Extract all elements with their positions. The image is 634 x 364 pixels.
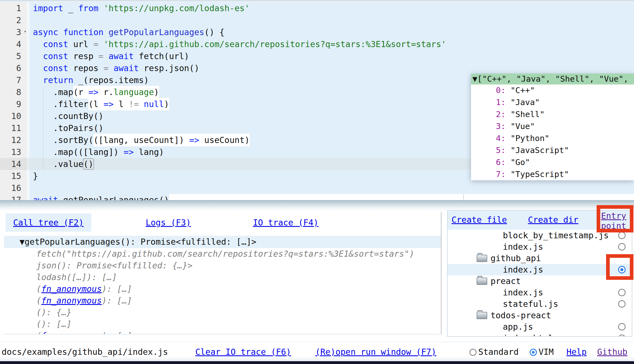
file-name[interactable]: index.js xyxy=(448,241,543,253)
inspector-array-header[interactable]: ▼["C++", "Java", "Shell", "Vue", "Python… xyxy=(471,74,634,84)
collapse-triangle-icon[interactable]: ▼ xyxy=(20,237,25,247)
line-number: 17 xyxy=(0,194,27,200)
tab-call-tree[interactable]: Call tree (F2) xyxy=(6,213,91,232)
call-tree-root-label: getPopularLanguages(): Promise<fulfilled… xyxy=(25,237,256,247)
code-line-2[interactable]: 2 xyxy=(0,14,634,26)
fold-arrow-icon[interactable]: ▾ xyxy=(24,29,27,34)
code-text: const url = 'https://api.github.com/sear… xyxy=(30,38,634,50)
file-row-stateful.js[interactable]: stateful.js xyxy=(448,298,632,310)
standard-radio-label: Standard xyxy=(478,347,519,357)
file-row-index.js[interactable]: index.js xyxy=(448,241,632,253)
line-number: 7 xyxy=(0,74,27,86)
file-name[interactable]: app.js xyxy=(448,321,533,333)
file-name[interactable]: index.js xyxy=(448,287,543,298)
folder-row-github_api[interactable]: github_api xyxy=(448,253,632,264)
file-row-block_by_timestamp.js[interactable]: block_by_timestamp.js xyxy=(448,230,632,241)
inspector-item: 5: "JavaScript" xyxy=(471,144,634,156)
inspector-item: 2: "Shell" xyxy=(471,108,634,120)
line-number: 12 xyxy=(0,134,27,146)
line-number: 11 xyxy=(0,122,27,134)
line-number: 2 xyxy=(0,14,27,26)
value-inspector-popup: ▼["C++", "Java", "Shell", "Vue", "Python… xyxy=(471,74,634,180)
entry-point-radio[interactable] xyxy=(618,334,626,337)
code-line-3[interactable]: 3▾async function getPopularLanguages() { xyxy=(0,26,634,38)
code-text: async function getPopularLanguages() { xyxy=(30,26,634,38)
call-tree-root-node[interactable]: ▼getPopularLanguages(): Promise<fulfille… xyxy=(4,236,441,248)
inspector-item: 6: "Go" xyxy=(471,156,634,168)
anonymous-fn-link[interactable]: fn_anonymous xyxy=(41,284,102,294)
call-tree-node[interactable]: lodash([…]): […] xyxy=(4,271,441,283)
vim-radio[interactable] xyxy=(530,349,537,356)
folder-name[interactable]: github_api xyxy=(448,253,541,264)
file-name[interactable]: index.js xyxy=(448,264,543,275)
standard-radio[interactable] xyxy=(469,349,477,356)
file-name[interactable]: stateful.js xyxy=(448,298,558,310)
folder-row-preact[interactable]: preact xyxy=(448,275,632,287)
keyboard-mode-standard[interactable]: Standard xyxy=(469,347,519,357)
line-number: 4 xyxy=(0,38,27,50)
code-text: const resp = await fetch(url) xyxy=(30,50,634,62)
code-line-1[interactable]: 1import _ from 'https://unpkg.com/lodash… xyxy=(0,2,634,14)
clear-io-trace-link[interactable]: Clear IO trace (F6) xyxy=(195,347,291,357)
entry-point-radio[interactable] xyxy=(618,232,626,239)
anonymous-fn-link[interactable]: fn_anonymous xyxy=(41,296,102,305)
code-text xyxy=(30,14,634,26)
line-number: 5 xyxy=(0,50,27,62)
folder-name[interactable]: todos-preact xyxy=(448,310,551,321)
line-number: 15 xyxy=(0,170,27,182)
file-name[interactable]: index.html xyxy=(448,333,553,337)
call-tree-node[interactable]: (): […] xyxy=(4,318,441,330)
folder-icon xyxy=(477,312,487,319)
anonymous-fn-link[interactable]: fn_anonymous xyxy=(41,331,102,334)
reopen-run-window-link[interactable]: (Re)open run window (F7) xyxy=(315,347,436,357)
github-link[interactable]: Github xyxy=(597,347,627,357)
inspector-item: 3: "Vue" xyxy=(471,120,634,132)
call-tree-node[interactable]: (fn_anonymous): […] xyxy=(4,283,441,295)
line-number: 8 xyxy=(0,86,27,98)
collapse-triangle-icon[interactable]: ▼ xyxy=(472,74,477,84)
code-text xyxy=(30,182,634,194)
create-file-link[interactable]: Create file xyxy=(452,215,507,225)
entry-point-radio[interactable] xyxy=(618,289,626,296)
line-number: 13 xyxy=(0,146,27,158)
code-line-5[interactable]: 5 const resp = await fetch(url) xyxy=(0,50,634,62)
code-line-4[interactable]: 4 const url = 'https://api.github.com/se… xyxy=(0,38,634,50)
entry-point-radio[interactable] xyxy=(618,243,626,251)
call-tree-panel: Call tree (F2) Logs (F3) IO trace (F4) ▼… xyxy=(4,212,441,334)
file-tree: block_by_timestamp.jsindex.jsgithub_apii… xyxy=(448,230,632,337)
folder-icon xyxy=(477,278,487,285)
folder-row-todos-preact[interactable]: todos-preact xyxy=(448,310,632,321)
code-text: const repos = await resp.json() xyxy=(30,62,634,74)
entry-point-link[interactable]: Entry point xyxy=(601,211,632,231)
inspector-item: 1: "Java" xyxy=(471,96,634,108)
inspector-item: 4: "Python" xyxy=(471,132,634,144)
file-row-index.js[interactable]: index.js xyxy=(448,287,632,298)
entry-point-radio[interactable] xyxy=(618,300,626,308)
tab-logs[interactable]: Logs (F3) xyxy=(146,218,191,227)
keyboard-mode-vim[interactable]: VIM xyxy=(530,347,554,357)
indent-guide xyxy=(43,146,44,158)
entry-point-radio[interactable] xyxy=(618,266,626,273)
code-text: import _ from 'https://unpkg.com/lodash-… xyxy=(30,2,634,14)
code-line-16[interactable]: 16 xyxy=(0,182,634,194)
file-name[interactable]: block_by_timestamp.js xyxy=(448,230,609,241)
file-row-app.js[interactable]: app.js xyxy=(448,321,632,333)
entry-point-radio[interactable] xyxy=(618,323,626,331)
call-tree-node[interactable]: fetch("https://api.github.com/search/rep… xyxy=(4,248,441,260)
file-browser-panel: Create file Create dir Entry point block… xyxy=(447,210,632,337)
file-row-index.html[interactable]: index.html xyxy=(448,333,632,337)
file-row-index.js[interactable]: index.js xyxy=(448,264,632,275)
status-bar: docs/examples/github_api/index.js Clear … xyxy=(0,342,634,362)
call-tree-node[interactable]: (fn_anonymous): […] xyxy=(4,330,441,334)
tab-io-trace[interactable]: IO trace (F4) xyxy=(253,218,318,227)
code-line-6[interactable]: 6 const repos = await resp.json() xyxy=(0,62,634,74)
help-link[interactable]: Help xyxy=(566,347,587,357)
inspector-items: 0: "C++"1: "Java"2: "Shell"3: "Vue"4: "P… xyxy=(471,84,634,180)
call-tree-node[interactable]: json(): Promise<fulfilled: {…}> xyxy=(4,260,441,271)
call-tree-node[interactable]: (): {…} xyxy=(4,307,441,318)
create-dir-link[interactable]: Create dir xyxy=(528,215,578,225)
line-number: 14 xyxy=(0,158,27,170)
call-tree-node[interactable]: (fn_anonymous): […] xyxy=(4,295,441,307)
inspector-array-preview: ["C++", "Java", "Shell", "Vue", "Python"… xyxy=(477,74,634,84)
code-line-17[interactable]: 17await getPopularLanguages() xyxy=(0,194,634,200)
